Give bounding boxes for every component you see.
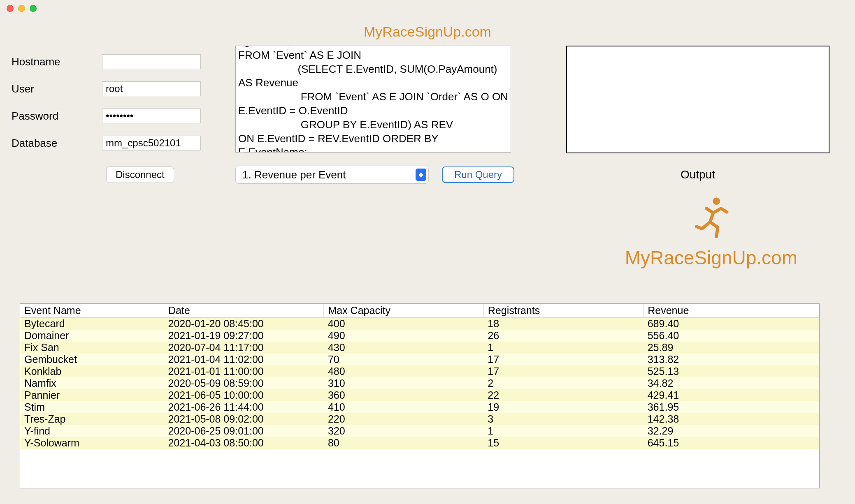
window-minimize-button[interactable] — [18, 5, 25, 12]
table-cell: 310 — [324, 377, 483, 389]
window-zoom-button[interactable] — [30, 5, 37, 12]
run-query-button[interactable]: Run Query — [442, 166, 514, 183]
user-input[interactable] — [102, 81, 201, 96]
table-cell: 313.82 — [644, 354, 819, 365]
table-cell: 80 — [324, 437, 483, 449]
table-cell: 2021-05-08 09:02:00 — [164, 413, 324, 425]
table-cell: 25.89 — [644, 342, 819, 354]
output-panel — [546, 46, 842, 154]
runner-icon — [688, 195, 734, 240]
table-cell: 2021-01-01 11:00:00 — [164, 365, 324, 377]
table-cell: Stim — [20, 401, 164, 413]
table-cell: 17 — [483, 354, 643, 365]
table-cell: 18 — [483, 318, 643, 330]
table-row[interactable]: Fix San2020-07-04 11:17:00430125.89 — [20, 342, 819, 354]
table-cell: Pannier — [20, 389, 164, 401]
database-label: Database — [12, 137, 102, 150]
table-cell: 22 — [483, 389, 643, 401]
output-textarea[interactable] — [566, 46, 829, 153]
table-cell: 1 — [483, 342, 643, 354]
table-cell: 15 — [483, 437, 643, 449]
table-cell: 2021-06-05 10:00:00 — [164, 389, 324, 401]
table-cell: 3 — [483, 413, 643, 425]
table-cell: 429.41 — [644, 389, 819, 401]
table-cell: 34.82 — [644, 377, 819, 389]
table-row[interactable]: Y-Solowarm2021-04-03 08:50:008015645.15 — [20, 437, 819, 449]
table-cell: 2020-07-04 11:17:00 — [164, 342, 324, 354]
table-cell: 556.40 — [644, 330, 819, 342]
table-cell: 2021-06-26 11:44:00 — [164, 401, 324, 413]
table-cell: 490 — [324, 330, 483, 342]
table-cell: 2020-06-25 09:01:00 — [164, 425, 324, 437]
password-input[interactable] — [102, 109, 201, 123]
table-cell: 70 — [324, 354, 483, 365]
table-cell: 1 — [483, 425, 643, 437]
column-header[interactable]: Registrants — [483, 304, 643, 318]
table-cell: 410 — [324, 401, 483, 413]
table-cell: 2 — [483, 377, 643, 389]
table-row[interactable]: Namfix2020-05-09 08:59:00310234.82 — [20, 377, 819, 389]
table-cell: 645.15 — [644, 437, 819, 449]
column-header[interactable]: Revenue — [644, 304, 819, 318]
query-textarea[interactable] — [235, 46, 511, 153]
window-titlebar — [0, 0, 855, 16]
table-cell: 2021-01-04 11:02:00 — [164, 354, 324, 365]
table-cell: Tres-Zap — [20, 413, 164, 425]
column-header[interactable]: Event Name — [20, 304, 164, 318]
table-cell: Bytecard — [20, 318, 164, 330]
connection-panel: Hostname User Password Database — [12, 46, 225, 154]
table-cell: 32.29 — [644, 425, 819, 437]
table-cell: 361.95 — [644, 401, 819, 413]
table-row[interactable]: Domainer2021-01-19 09:27:0049026556.40 — [20, 330, 819, 342]
hostname-label: Hostname — [12, 55, 102, 68]
table-cell: 2020-01-20 08:45:00 — [164, 318, 324, 330]
table-cell: 17 — [483, 365, 643, 377]
table-row[interactable]: Y-find2020-06-25 09:01:00320132.29 — [20, 425, 819, 437]
table-row[interactable]: Tres-Zap2021-05-08 09:02:002203142.38 — [20, 413, 819, 425]
table-cell: 430 — [324, 342, 483, 354]
table-cell: Konklab — [20, 365, 164, 377]
query-select[interactable]: 1. Revenue per Event — [235, 166, 429, 184]
output-label: Output — [566, 168, 829, 181]
table-cell: 480 — [324, 365, 483, 377]
table-cell: 360 — [324, 389, 483, 401]
app-title: MyRaceSignUp.com — [0, 24, 855, 40]
table-cell: 220 — [324, 413, 483, 425]
table-row[interactable]: Konklab2021-01-01 11:00:0048017525.13 — [20, 365, 819, 377]
table-cell: 400 — [324, 318, 483, 330]
table-cell: 26 — [483, 330, 643, 342]
column-header[interactable]: Max Capacity — [324, 304, 483, 318]
table-cell: 142.38 — [644, 413, 819, 425]
query-panel — [225, 46, 546, 154]
table-cell: Y-Solowarm — [20, 437, 164, 449]
column-header[interactable]: Date — [164, 304, 324, 318]
table-cell: Domainer — [20, 330, 164, 342]
table-row[interactable]: Bytecard2020-01-20 08:45:0040018689.40 — [20, 318, 819, 330]
user-label: User — [12, 83, 102, 95]
hostname-input[interactable] — [102, 54, 201, 69]
window-close-button[interactable] — [7, 5, 14, 12]
table-cell: 320 — [324, 425, 483, 437]
table-cell: 2020-05-09 08:59:00 — [164, 377, 324, 389]
table-cell: 525.13 — [644, 365, 819, 377]
table-cell: Gembucket — [20, 354, 164, 365]
table-cell: 19 — [483, 401, 643, 413]
results-table-wrap[interactable]: Event NameDateMax CapacityRegistrantsRev… — [20, 303, 820, 488]
table-row[interactable]: Pannier2021-06-05 10:00:0036022429.41 — [20, 389, 819, 401]
table-row[interactable]: Stim2021-06-26 11:44:0041019361.95 — [20, 401, 819, 413]
query-select-wrap[interactable]: 1. Revenue per Event — [235, 166, 429, 184]
brand-text: MyRaceSignUp.com — [625, 247, 797, 269]
password-label: Password — [12, 110, 102, 123]
table-cell: 2021-01-19 09:27:00 — [164, 330, 324, 342]
table-cell: 2021-04-03 08:50:00 — [164, 437, 324, 449]
table-cell: 689.40 — [644, 318, 819, 330]
results-table: Event NameDateMax CapacityRegistrantsRev… — [20, 304, 819, 449]
disconnect-button[interactable]: Disconnect — [106, 166, 174, 183]
table-cell: Namfix — [20, 377, 164, 389]
database-input[interactable] — [102, 136, 201, 150]
table-cell: Fix San — [20, 342, 164, 354]
svg-point-0 — [713, 198, 720, 205]
table-row[interactable]: Gembucket2021-01-04 11:02:007017313.82 — [20, 354, 819, 365]
table-cell: Y-find — [20, 425, 164, 437]
brand-logo: MyRaceSignUp.com — [625, 195, 797, 269]
